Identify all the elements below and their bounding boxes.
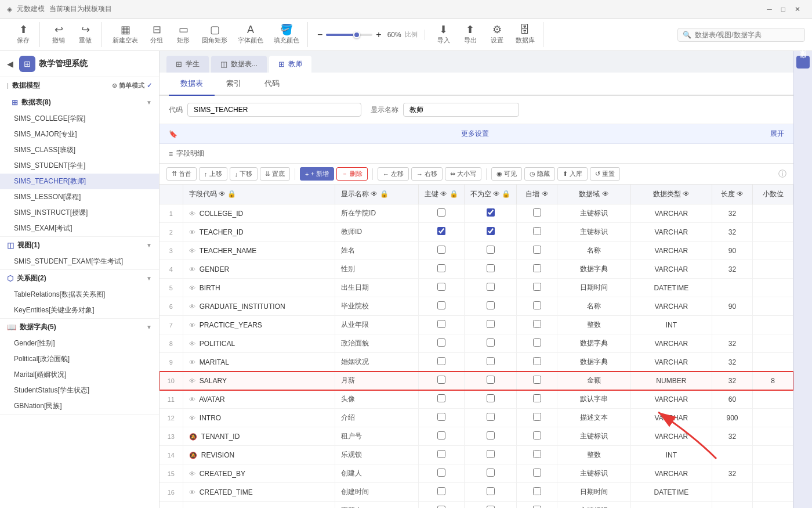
display-name-cell[interactable]: 月薪 <box>335 372 419 390</box>
pk-cell[interactable] <box>419 353 465 372</box>
undo-button[interactable]: ↩ 撤销 <box>46 22 71 47</box>
sidebar-item-lesson[interactable]: SIMS_LESSON[课程] <box>0 189 159 205</box>
left-button[interactable]: ←左移 <box>378 167 409 181</box>
display-name-cell[interactable]: 从业年限 <box>335 316 419 334</box>
field-code-cell[interactable]: 👁 TEACHER_ID <box>183 223 335 242</box>
autoinc-cell[interactable] <box>517 502 557 509</box>
autoinc-checkbox[interactable] <box>533 506 541 508</box>
pk-checkbox[interactable] <box>437 301 445 309</box>
notnull-checkbox[interactable] <box>487 320 495 328</box>
notnull-cell[interactable] <box>464 334 517 353</box>
pk-cell[interactable] <box>419 279 465 297</box>
inner-tab-datatable[interactable]: 数据表 <box>169 73 215 96</box>
field-code-cell[interactable]: 👁 BIRTH <box>183 279 335 297</box>
autoinc-cell[interactable] <box>517 390 557 409</box>
eye-icon[interactable]: 👁 <box>189 340 195 347</box>
search-input[interactable] <box>695 31 800 39</box>
eye-icon[interactable]: 👁 <box>189 377 195 384</box>
eye-icon[interactable]: 🔕 <box>189 433 197 440</box>
autoinc-cell[interactable] <box>517 464 557 483</box>
autoinc-checkbox[interactable] <box>533 469 541 477</box>
pk-checkbox[interactable] <box>437 246 445 254</box>
pk-checkbox[interactable] <box>437 394 445 402</box>
field-code-cell[interactable]: 👁 TEACHER_NAME <box>183 242 335 260</box>
autoinc-checkbox[interactable] <box>533 376 541 384</box>
pk-cell[interactable] <box>419 223 465 242</box>
sidebar-item-tablerelations[interactable]: TableRelations[数据表关系图] <box>0 287 159 302</box>
fill-color-button[interactable]: 🪣 填充颜色 <box>269 22 304 47</box>
notnull-cell[interactable] <box>464 242 517 260</box>
autoinc-checkbox[interactable] <box>533 227 541 235</box>
pk-checkbox[interactable] <box>437 469 445 477</box>
data-model-header[interactable]: | 数据模型 ⊙ 简单模式 ✓ <box>0 77 159 94</box>
dicts-header[interactable]: 📖 数据字典(5) ▼ <box>0 319 159 336</box>
notnull-checkbox[interactable] <box>487 338 495 347</box>
autoinc-cell[interactable] <box>517 260 557 279</box>
notnull-checkbox[interactable] <box>487 376 495 384</box>
search-box[interactable]: 🔍 <box>677 28 805 42</box>
inner-tab-index[interactable]: 索引 <box>215 73 253 96</box>
field-code-cell[interactable]: 👁 CREATED_TIME <box>183 483 335 502</box>
new-table-button[interactable]: ▦ 新建空表 <box>108 22 143 47</box>
display-name-cell[interactable]: 姓名 <box>335 242 419 260</box>
reset-button[interactable]: ↺重置 <box>590 167 620 181</box>
tab-dataview[interactable]: ◫ 数据表... <box>211 56 267 73</box>
export-button[interactable]: ⬆ 导出 <box>458 22 483 47</box>
field-code-cell[interactable]: 👁 CREATED_BY <box>183 464 335 483</box>
pk-cell[interactable] <box>419 334 465 353</box>
sidebar-item-teacher[interactable]: SIMS_TEACHER[教师] <box>0 174 159 189</box>
pk-cell[interactable] <box>419 409 465 427</box>
field-code-cell[interactable]: 👁 AVATAR <box>183 390 335 409</box>
sidebar-item-keyentities[interactable]: KeyEntities[关键业务对象] <box>0 302 159 318</box>
autoinc-cell[interactable] <box>517 297 557 316</box>
bottom-button[interactable]: ⇊置底 <box>260 167 290 181</box>
autoinc-checkbox[interactable] <box>533 208 541 217</box>
down-button[interactable]: ↓下移 <box>230 167 258 181</box>
pk-cell[interactable] <box>419 464 465 483</box>
autoinc-cell[interactable] <box>517 204 557 223</box>
notnull-cell[interactable] <box>464 483 517 502</box>
autoinc-checkbox[interactable] <box>533 264 541 272</box>
round-rect-button[interactable]: ▢ 圆角矩形 <box>197 22 232 47</box>
autoinc-checkbox[interactable] <box>533 431 541 439</box>
sidebar-item-gbnation[interactable]: GBNation[民族] <box>0 398 159 414</box>
pk-cell[interactable] <box>419 390 465 409</box>
notnull-cell[interactable] <box>464 316 517 334</box>
add-button[interactable]: ++ 新增 <box>300 167 334 181</box>
redo-button[interactable]: ↪ 重做 <box>72 22 98 47</box>
eye-icon[interactable]: 👁 <box>189 247 195 254</box>
display-name-cell[interactable]: 所在学院ID <box>335 204 419 223</box>
autoinc-cell[interactable] <box>517 334 557 353</box>
eye-icon[interactable]: 👁 <box>189 266 195 273</box>
eye-icon[interactable]: 🔕 <box>189 452 197 459</box>
eye-icon[interactable]: 👁 <box>189 210 195 217</box>
display-name-cell[interactable]: 乐观锁 <box>335 446 419 464</box>
tab-teacher[interactable]: ⊞ 教师 <box>269 56 311 73</box>
notnull-checkbox[interactable] <box>487 413 495 421</box>
pk-cell[interactable] <box>419 260 465 279</box>
field-code-cell[interactable]: 👁 POLITICAL <box>183 334 335 353</box>
autoinc-checkbox[interactable] <box>533 338 541 347</box>
eye-icon[interactable]: 👁 <box>189 284 195 291</box>
eye-icon[interactable]: 👁 <box>189 396 195 403</box>
notnull-checkbox[interactable] <box>487 246 495 254</box>
notnull-checkbox[interactable] <box>487 394 495 402</box>
pk-cell[interactable] <box>419 242 465 260</box>
notnull-cell[interactable] <box>464 427 517 446</box>
autoinc-checkbox[interactable] <box>533 357 541 365</box>
tab-student[interactable]: ⊞ 学生 <box>166 56 209 73</box>
autoinc-checkbox[interactable] <box>533 487 541 495</box>
notnull-cell[interactable] <box>464 502 517 509</box>
sidebar-item-major[interactable]: SIMS_MAJOR[专业] <box>0 127 159 142</box>
notnull-checkbox[interactable] <box>487 450 495 458</box>
notnull-cell[interactable] <box>464 464 517 483</box>
pk-cell[interactable] <box>419 446 465 464</box>
display-name-cell[interactable]: 政治面貌 <box>335 334 419 353</box>
pk-checkbox[interactable] <box>437 264 445 272</box>
autoinc-cell[interactable] <box>517 372 557 390</box>
scale-plus[interactable]: + <box>376 30 381 40</box>
autoinc-cell[interactable] <box>517 316 557 334</box>
eye-icon[interactable]: 👁 <box>189 303 195 310</box>
autoinc-cell[interactable] <box>517 409 557 427</box>
pk-cell[interactable] <box>419 372 465 390</box>
